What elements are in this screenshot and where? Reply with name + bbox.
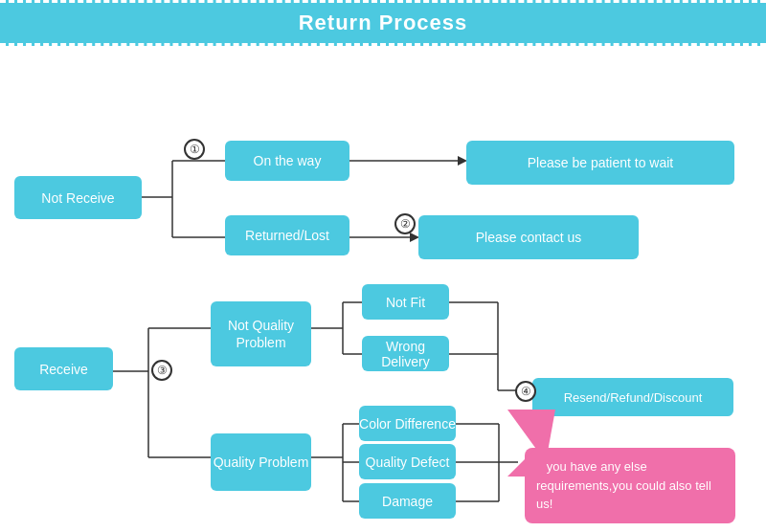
wrong-delivery-node: Wrong Delivery (362, 336, 449, 371)
please-wait-node: Please be patient to wait (466, 141, 734, 185)
quality-problem-node: Quality Problem (211, 433, 311, 491)
on-the-way-node: On the way (225, 141, 349, 181)
content: Not Receive ① On the way Returned/Lost ②… (0, 46, 766, 532)
not-receive-node: Not Receive (14, 176, 142, 219)
resend-node: Resend/Refund/Discount (532, 378, 733, 416)
damage-node: Damage (359, 483, 456, 519)
not-fit-node: Not Fit (362, 284, 449, 320)
returned-lost-node: Returned/Lost (225, 215, 349, 255)
color-difference-node: Color Difference (359, 406, 456, 441)
circle-1: ① (184, 139, 205, 160)
please-contact-node: Please contact us (418, 215, 639, 259)
receive-node: Receive (14, 347, 113, 390)
speech-bubble: If you have any else requirements,you co… (525, 448, 735, 523)
circle-2: ② (394, 213, 416, 234)
circle-4: ④ (515, 381, 536, 402)
not-quality-problem-node: Not Quality Problem (211, 301, 311, 366)
circle-3: ③ (151, 360, 172, 381)
quality-defect-node: Quality Defect (359, 444, 456, 479)
header: Return Process (0, 0, 766, 46)
page-title: Return Process (299, 11, 468, 34)
